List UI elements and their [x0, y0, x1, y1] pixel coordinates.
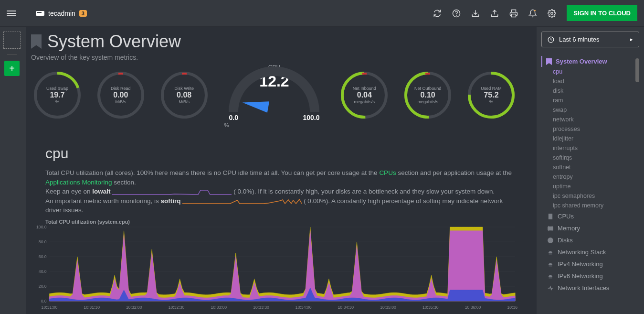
sidenav-sub-ipc-semaphores[interactable]: ipc semaphores	[547, 191, 639, 201]
time-range-picker[interactable]: Last 6 minutes ▸	[541, 32, 639, 47]
sidenav-sub-uptime[interactable]: uptime	[547, 182, 639, 191]
svg-text:10:33:00: 10:33:00	[211, 305, 227, 310]
sidenav-sub-ram[interactable]: ram	[547, 96, 639, 105]
gauge-net-in: Net Inbound 0.04 megabits/s	[341, 72, 388, 119]
dropdown-caret-icon: ▸	[630, 36, 633, 43]
page-title: System Overview	[47, 32, 181, 52]
host-selector[interactable]: tecadmin 3	[36, 10, 87, 17]
page-subtitle: Overview of the key system metrics.	[31, 54, 517, 61]
softirq-sparkline	[182, 198, 302, 205]
cpu-section-text: Total CPU utilization (all cores). 100% …	[45, 168, 517, 215]
sidenav-cat-ipv4-networking[interactable]: IPv4 Networking	[547, 258, 639, 270]
svg-text:10:35:30: 10:35:30	[422, 305, 439, 310]
sign-in-cloud-button[interactable]: SIGN IN TO CLOUD	[567, 5, 637, 21]
sidenav-sub-softirqs[interactable]: softirqs	[547, 153, 639, 162]
scrollbar-thumb[interactable]	[635, 58, 639, 82]
sidenav-sub-entropy[interactable]: entropy	[547, 172, 639, 182]
svg-text:0.0: 0.0	[41, 299, 47, 303]
gauge-disk-read: Disk Read 0.00 MiB/s	[97, 72, 144, 119]
sidenav-sub-softnet[interactable]: softnet	[547, 162, 639, 172]
svg-text:10:32:00: 10:32:00	[126, 305, 142, 310]
download-icon[interactable]	[471, 9, 480, 18]
sidenav-sub-ipc-shared-memory[interactable]: ipc shared memory	[547, 201, 639, 210]
menu-hamburger[interactable]	[7, 11, 16, 16]
sidenav-cat-networking-stack[interactable]: Networking Stack	[547, 246, 639, 258]
sidenav-sub-swap[interactable]: swap	[547, 105, 639, 115]
hostname: tecadmin	[48, 10, 75, 17]
svg-point-4	[551, 12, 553, 14]
sidenav-system-overview[interactable]: System Overview	[541, 56, 639, 67]
svg-text:10:34:00: 10:34:00	[296, 305, 312, 310]
space-placeholder[interactable]	[3, 32, 21, 49]
sidenav-cat-cpus[interactable]: CPUs	[547, 210, 639, 222]
sidenav-cat-memory[interactable]: Memory	[547, 222, 639, 234]
sidenav-sub-interrupts[interactable]: interrupts	[547, 143, 639, 153]
bookmark-icon[interactable]	[31, 34, 42, 49]
clock-icon	[548, 36, 554, 43]
svg-rect-34	[548, 227, 553, 230]
sidenav-sub-load[interactable]: load	[547, 76, 639, 86]
gauge-cpu: CPU 12.2 0.0 100.0 %	[224, 64, 324, 126]
svg-point-8	[469, 73, 513, 117]
settings-icon[interactable]	[548, 9, 556, 18]
gauge-disk-write: Disk Write 0.08 MiB/s	[161, 72, 208, 119]
svg-text:40.0: 40.0	[39, 269, 47, 274]
svg-text:10:36:30: 10:36:30	[507, 305, 517, 310]
gauge-row: Used Swap 19.7 % Disk Read 0.00 MiB/s Di…	[31, 64, 517, 126]
svg-point-3	[534, 10, 536, 11]
help-icon[interactable]	[452, 9, 461, 18]
add-space-button[interactable]: +	[4, 61, 20, 76]
svg-rect-2	[512, 14, 516, 17]
refresh-icon[interactable]	[433, 9, 442, 18]
svg-point-7	[406, 73, 450, 117]
sidenav-sub-processes[interactable]: processes	[547, 124, 639, 134]
print-icon[interactable]	[509, 9, 518, 18]
applications-monitoring-link[interactable]: Applications Monitoring	[45, 179, 112, 186]
upload-icon[interactable]	[490, 9, 499, 18]
host-icon	[36, 11, 44, 16]
svg-point-6	[342, 73, 386, 117]
svg-text:10:35:00: 10:35:00	[380, 305, 396, 310]
cpu-utilization-chart[interactable]: 0.020.040.060.080.0100.010:31:0010:31:30…	[31, 225, 517, 311]
gauge-net-out: Net Outbound 0.10 megabits/s	[404, 72, 451, 119]
sidenav-cat-disks[interactable]: Disks	[547, 234, 639, 246]
svg-point-1	[456, 15, 457, 15]
svg-text:60.0: 60.0	[39, 254, 47, 259]
sidenav-sub-cpu[interactable]: cpu	[547, 67, 639, 76]
svg-text:10:36:00: 10:36:00	[465, 305, 481, 310]
svg-point-36	[550, 240, 551, 241]
cpu-section-heading: cpu	[45, 145, 517, 162]
alarm-icon[interactable]	[528, 9, 537, 18]
cpus-link[interactable]: CPUs	[379, 169, 396, 176]
alert-badge: 3	[79, 10, 87, 17]
svg-text:10:31:00: 10:31:00	[42, 305, 58, 310]
cpu-chart-title: Total CPU utilization (system.cpu)	[45, 219, 517, 225]
sidenav-cat-network-interfaces[interactable]: Network Interfaces	[547, 282, 639, 294]
sidenav-cat-ipv6-networking[interactable]: IPv6 Networking	[547, 270, 639, 282]
gauge-used-swap: Used Swap 19.7 %	[34, 72, 81, 119]
sidenav-sub-idlejitter[interactable]: idlejitter	[547, 134, 639, 143]
sidenav-sub-disk[interactable]: disk	[547, 86, 639, 96]
svg-point-5	[35, 73, 79, 117]
svg-text:100.0: 100.0	[36, 225, 47, 229]
svg-text:10:31:30: 10:31:30	[84, 305, 100, 310]
iowait-sparkline	[112, 189, 232, 195]
gauge-used-ram: Used RAM 75.2 %	[468, 72, 515, 119]
svg-text:20.0: 20.0	[39, 284, 47, 289]
svg-text:10:34:30: 10:34:30	[338, 305, 354, 310]
svg-text:10:33:30: 10:33:30	[253, 305, 269, 310]
sidenav-sub-network[interactable]: network	[547, 115, 639, 124]
svg-text:10:32:30: 10:32:30	[169, 305, 185, 310]
svg-text:80.0: 80.0	[39, 239, 47, 244]
